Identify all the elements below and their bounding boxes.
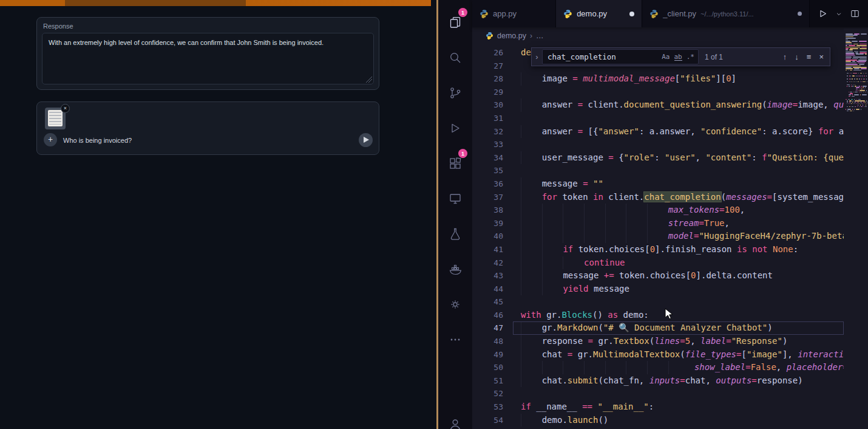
line-number[interactable]: 46	[472, 309, 513, 322]
code-line-55[interactable]: 55	[472, 427, 844, 429]
line-number[interactable]: 35	[472, 164, 513, 177]
code-line-50[interactable]: 50 show_label=False, placeholder="Upload…	[472, 361, 844, 374]
line-number[interactable]: 48	[472, 335, 513, 348]
match-case-icon[interactable]: Aa	[662, 53, 670, 61]
line-number[interactable]: 27	[472, 60, 513, 73]
split-editor-button[interactable]	[850, 9, 860, 19]
toggle-replace-chevron-icon[interactable]: ›	[532, 52, 542, 61]
code-line-34[interactable]: 34user_message = {"role": "user", "conte…	[472, 151, 844, 165]
line-number[interactable]: 50	[472, 361, 513, 374]
line-number[interactable]: 39	[472, 217, 513, 230]
line-number[interactable]: 51	[472, 374, 513, 388]
sidebar-item-testing[interactable]	[438, 216, 472, 252]
code-line-30[interactable]: 30answer = client.document_question_answ…	[472, 98, 844, 112]
sidebar-item-explorer[interactable]: 1	[438, 5, 472, 40]
line-number[interactable]: 32	[472, 125, 513, 139]
breadcrumb-file[interactable]: demo.py	[497, 32, 526, 40]
line-number[interactable]: 49	[472, 348, 513, 362]
code-line-45[interactable]: 45	[472, 295, 844, 309]
code-line-35[interactable]: 35	[472, 164, 844, 177]
sidebar-item-remote-explorer[interactable]	[438, 181, 472, 216]
add-file-button[interactable]: +	[44, 133, 57, 146]
code-line-54[interactable]: 54demo.launch()	[472, 414, 844, 427]
find-input[interactable]	[546, 52, 657, 62]
sidebar-item-more[interactable]	[438, 322, 472, 357]
code-line-40[interactable]: 40model="HuggingFaceH4/zephyr-7b-beta"):	[472, 230, 844, 243]
code-line-49[interactable]: 49chat = gr.MultimodalTextbox(file_types…	[472, 348, 844, 362]
whole-word-icon[interactable]: ab	[674, 53, 682, 61]
line-number[interactable]: 44	[472, 283, 513, 296]
minimap[interactable]	[844, 29, 868, 429]
line-number[interactable]: 42	[472, 256, 513, 270]
code-line-43[interactable]: 43message += token.choices[0].delta.cont…	[472, 269, 844, 283]
regex-icon[interactable]: .*	[687, 53, 694, 61]
sidebar-item-source-control[interactable]	[438, 75, 472, 111]
line-content	[513, 86, 844, 99]
run-dropdown-chevron-icon[interactable]	[836, 11, 842, 17]
line-number[interactable]: 45	[472, 295, 513, 309]
code-line-33[interactable]: 33	[472, 138, 844, 151]
code-line-42[interactable]: 42continue	[472, 256, 844, 270]
previous-match-icon[interactable]: ↑	[783, 52, 787, 61]
close-icon[interactable]: ×	[819, 52, 824, 61]
line-number[interactable]: 52	[472, 387, 513, 400]
send-button[interactable]	[359, 133, 373, 147]
next-match-icon[interactable]: ↓	[795, 52, 799, 61]
line-number[interactable]: 41	[472, 243, 513, 256]
code-line-51[interactable]: 51chat.submit(chat_fn, inputs=chat, outp…	[472, 374, 844, 388]
sidebar-item-run-debug[interactable]	[438, 111, 472, 146]
resize-handle[interactable]	[366, 77, 372, 83]
sidebar-item-tools[interactable]	[438, 287, 472, 322]
code-line-41[interactable]: 41if token.choices[0].finish_reason is n…	[472, 243, 844, 256]
line-number[interactable]: 31	[472, 112, 513, 125]
line-number[interactable]: 29	[472, 86, 513, 99]
line-number[interactable]: 26	[472, 46, 513, 60]
line-number[interactable]: 53	[472, 400, 513, 414]
code-line-48[interactable]: 48response = gr.Textbox(lines=5, label="…	[472, 335, 844, 348]
run-python-file-button[interactable]	[818, 9, 828, 19]
chat-message-input[interactable]: Who is being invoiced?	[63, 137, 132, 144]
response-textarea[interactable]: With an extremely high level of confiden…	[42, 33, 374, 84]
find-in-selection-icon[interactable]: ≡	[807, 52, 812, 61]
code-editor[interactable]: 26def chat_fn(multimodal_message):2728im…	[472, 44, 844, 429]
modified-dot-icon[interactable]	[798, 12, 802, 16]
line-number[interactable]: 54	[472, 414, 513, 427]
code-line-52[interactable]: 52	[472, 387, 844, 400]
code-line-31[interactable]: 31	[472, 112, 844, 125]
code-line-38[interactable]: 38max_tokens=100,	[472, 204, 844, 217]
code-line-29[interactable]: 29	[472, 86, 844, 99]
tab-app-py[interactable]: app.py	[472, 0, 556, 27]
code-line-39[interactable]: 39stream=True,	[472, 217, 844, 230]
line-number[interactable]: 34	[472, 151, 513, 165]
modified-dot-icon[interactable]	[629, 12, 634, 16]
sidebar-item-extensions[interactable]: 1	[438, 146, 472, 181]
code-line-44[interactable]: 44yield message	[472, 283, 844, 296]
line-number[interactable]: 36	[472, 177, 513, 191]
docker-whale-icon	[448, 262, 463, 276]
line-number[interactable]: 30	[472, 98, 513, 112]
code-line-46[interactable]: 46with gr.Blocks() as demo:	[472, 309, 844, 322]
line-number[interactable]: 37	[472, 191, 513, 204]
breadcrumb-collapsed[interactable]: …	[536, 32, 544, 40]
code-line-47[interactable]: 47gr.Markdown("# 🔍 Document Analyzer Cha…	[472, 321, 844, 335]
tab-client-py[interactable]: _client.py ~/.../python3.11/...	[642, 0, 810, 27]
find-results-count: 1 of 1	[705, 53, 723, 61]
sidebar-item-docker[interactable]	[438, 252, 472, 287]
line-number[interactable]: 40	[472, 230, 513, 243]
sidebar-item-search[interactable]	[438, 40, 472, 75]
code-line-32[interactable]: 32answer = [{"answer": a.answer, "confid…	[472, 125, 844, 139]
line-number[interactable]: 38	[472, 204, 513, 217]
remove-attachment-button[interactable]: ×	[61, 104, 70, 113]
code-line-37[interactable]: 37for token in client.chat_completion(me…	[472, 191, 844, 204]
code-line-28[interactable]: 28image = multimodal_message["files"][0]	[472, 72, 844, 86]
breadcrumb[interactable]: demo.py › …	[472, 27, 844, 44]
line-number[interactable]: 28	[472, 72, 513, 86]
line-number[interactable]: 47	[472, 321, 513, 335]
sidebar-item-account[interactable]	[438, 410, 472, 429]
line-number[interactable]: 43	[472, 269, 513, 283]
code-line-53[interactable]: 53if __name__ == "__main__":	[472, 400, 844, 414]
line-number[interactable]: 55	[472, 427, 513, 429]
code-line-36[interactable]: 36message = ""	[472, 177, 844, 191]
tab-demo-py[interactable]: demo.py	[556, 0, 642, 27]
line-number[interactable]: 33	[472, 138, 513, 151]
